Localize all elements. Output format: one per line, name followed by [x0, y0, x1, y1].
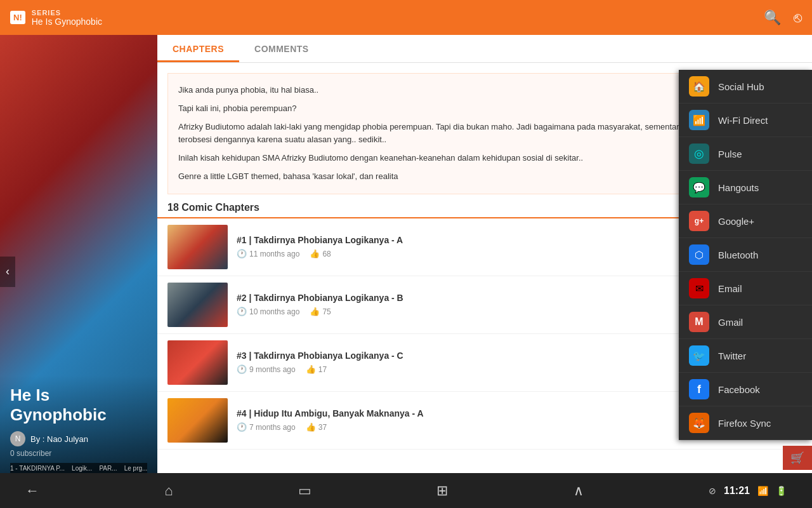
tab-comments[interactable]: COMMENTS	[239, 35, 324, 62]
thumb-up-icon: 👍	[306, 422, 316, 432]
grid-icon[interactable]: ⊞	[436, 483, 448, 499]
bluetooth-icon: ⬡	[689, 244, 709, 265]
chapter-thumbnail	[167, 398, 228, 443]
series-title-area: SERIES He Is Gynophobic	[32, 9, 102, 27]
menu-item-hangouts[interactable]: 💬 Hangouts	[679, 171, 812, 204]
chapter-time-label: 11 months ago	[249, 250, 299, 258]
social-hub-icon: 🏠	[689, 76, 709, 97]
top-bar-left: N! SERIES He Is Gynophobic	[10, 9, 102, 27]
left-sidebar: ‹ He IsGynophobic N By : Nao Julyan 0 su…	[0, 35, 157, 508]
status-area: ⊘ 11:21 📶 🔋	[709, 485, 787, 497]
email-icon: ✉	[689, 278, 709, 298]
chapter-time: 🕐 7 months ago	[237, 422, 296, 432]
menu-item-social-hub[interactable]: 🏠 Social Hub	[679, 70, 812, 104]
menu-item-firefox-sync[interactable]: 🦊 Firefox Sync	[679, 406, 812, 440]
clock-icon: 🕐	[237, 249, 247, 258]
menu-item-gmail[interactable]: M Gmail	[679, 305, 812, 339]
clock-time: 11:21	[724, 485, 750, 497]
pulse-icon: ◎	[689, 144, 709, 164]
author-name: By : Nao Julyan	[30, 434, 88, 444]
series-name: He Is Gynophobic	[32, 17, 102, 27]
chapter-time-label: 9 months ago	[249, 365, 296, 374]
facebook-icon: f	[689, 379, 709, 399]
gmail-label: Gmail	[718, 317, 743, 328]
chapter-likes-count: 17	[318, 365, 327, 374]
menu-item-email[interactable]: ✉ Email	[679, 272, 812, 305]
up-chevron-icon[interactable]: ∧	[573, 483, 584, 499]
gmail-icon: M	[689, 312, 709, 332]
menu-item-bluetooth[interactable]: ⬡ Bluetooth	[679, 238, 812, 272]
chapter-likes: 👍 17	[306, 364, 327, 374]
bluetooth-label: Bluetooth	[718, 250, 758, 260]
tab-chapters[interactable]: CHAPTERS	[157, 35, 239, 62]
author-row: N By : Nao Julyan	[10, 431, 147, 446]
email-label: Email	[718, 283, 742, 294]
chapter-thumbnail	[167, 283, 228, 327]
chapter-time-label: 7 months ago	[249, 423, 296, 432]
top-bar-actions: 🔍 ⎋	[764, 10, 802, 26]
thumb-up-icon: 👍	[306, 364, 316, 374]
home-icon[interactable]: ⌂	[164, 483, 173, 499]
menu-item-twitter[interactable]: 🐦 Twitter	[679, 339, 812, 373]
twitter-icon: 🐦	[689, 345, 709, 366]
chapter-likes-count: 75	[322, 307, 331, 316]
app-logo: N!	[10, 11, 25, 24]
google-plus-icon: g+	[689, 211, 709, 231]
chapter-thumbnail	[167, 225, 228, 269]
wifi-direct-icon: 📶	[689, 110, 709, 130]
no-signal-icon: ⊘	[709, 486, 716, 496]
search-icon[interactable]: 🔍	[764, 10, 781, 26]
chapter-thumbnail	[167, 340, 228, 385]
clock-icon: 🕐	[237, 307, 247, 316]
manga-title: He IsGynophobic	[10, 385, 147, 425]
series-label: SERIES	[32, 9, 102, 17]
avatar: N	[10, 431, 25, 446]
prev-arrow[interactable]: ‹	[0, 257, 15, 287]
hangouts-label: Hangouts	[718, 182, 759, 193]
facebook-label: Facebook	[718, 384, 760, 395]
tabs-bar: CHAPTERS COMMENTS	[157, 35, 812, 63]
top-bar: N! SERIES He Is Gynophobic 🔍 ⎋	[0, 0, 812, 35]
wifi-status-icon: 📶	[757, 486, 768, 496]
cart-button[interactable]: 🛒	[783, 446, 812, 470]
social-hub-label: Social Hub	[718, 81, 764, 92]
share-icon[interactable]: ⎋	[794, 10, 802, 26]
clock-icon: 🕐	[237, 364, 247, 374]
main-container: ‹ He IsGynophobic N By : Nao Julyan 0 su…	[0, 35, 812, 508]
chapter-likes-count: 37	[318, 423, 327, 432]
thumb-up-icon: 👍	[310, 307, 320, 316]
menu-item-wifi-direct[interactable]: 📶 Wi-Fi Direct	[679, 104, 812, 137]
chapter-time: 🕐 11 months ago	[237, 249, 299, 258]
bottom-nav: ← ⌂ ▭ ⊞ ∧ ⊘ 11:21 📶 🔋	[0, 473, 812, 508]
pulse-label: Pulse	[718, 149, 742, 159]
wifi-direct-label: Wi-Fi Direct	[718, 115, 768, 126]
recents-icon[interactable]: ▭	[298, 483, 311, 499]
chapter-time-label: 10 months ago	[249, 307, 299, 316]
chapter-likes: 👍 37	[306, 422, 327, 432]
thumb-up-icon: 👍	[310, 249, 320, 258]
firefox-sync-icon: 🦊	[689, 413, 709, 433]
chapter-time: 🕐 10 months ago	[237, 307, 299, 316]
back-icon[interactable]: ←	[25, 483, 39, 499]
chapter-likes: 👍 75	[310, 307, 331, 316]
clock-icon: 🕐	[237, 422, 247, 432]
battery-icon: 🔋	[776, 486, 787, 496]
hangouts-icon: 💬	[689, 177, 709, 197]
menu-item-facebook[interactable]: f Facebook	[679, 373, 812, 406]
subscriber-count: 0 subscriber	[10, 449, 147, 458]
share-menu: 🏠 Social Hub 📶 Wi-Fi Direct ◎ Pulse 💬 Ha…	[679, 70, 812, 440]
menu-item-pulse[interactable]: ◎ Pulse	[679, 137, 812, 171]
google-plus-label: Google+	[718, 216, 754, 227]
chapter-time: 🕐 9 months ago	[237, 364, 296, 374]
scroll-strip: 1 - TAKDIRNYA P... Logik... PAR... Le pr…	[10, 463, 147, 474]
chapter-likes: 👍 68	[310, 249, 331, 258]
twitter-label: Twitter	[718, 351, 746, 361]
menu-item-google-plus[interactable]: g+ Google+	[679, 204, 812, 238]
firefox-sync-label: Firefox Sync	[718, 418, 771, 429]
chapter-likes-count: 68	[322, 250, 331, 258]
